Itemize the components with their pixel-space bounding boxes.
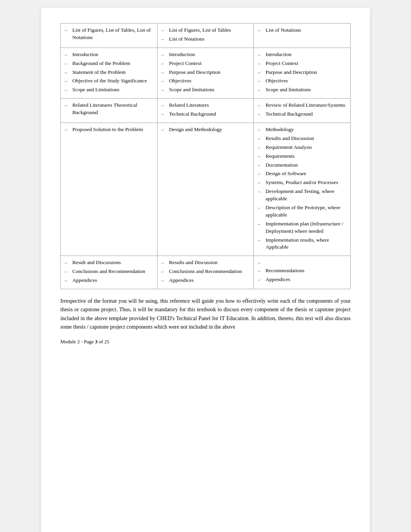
item-text: Background of the Problem <box>72 60 153 67</box>
table-row: – Proposed Solution to the Problem – Des… <box>61 123 351 256</box>
item-text: Scope and limitations <box>265 86 346 94</box>
page-footer: Module 2 - Page 3 of 25 <box>60 339 351 345</box>
dash-icon: – <box>258 102 264 108</box>
dash-icon: – <box>258 276 264 283</box>
item-text: Objectives <box>169 77 250 85</box>
dash-icon: – <box>161 87 168 93</box>
cell-r4-c1: – Proposed Solution to the Problem <box>61 123 158 256</box>
cell-r3-c2: – Related Literatures – Technical Backgr… <box>157 99 254 123</box>
item-text: Technical Background <box>265 111 346 118</box>
dash-icon: – <box>258 111 264 117</box>
dash-icon: – <box>161 277 168 283</box>
dash-icon: – <box>161 126 168 133</box>
table-row: – Result and Discussions – Conclusions a… <box>61 256 351 289</box>
dash-icon: – <box>258 78 264 84</box>
item-text: Documentation <box>265 162 346 169</box>
item-text: Conclusions and Recommendation <box>169 268 250 275</box>
item-text: Statement of the Problem <box>72 69 153 76</box>
cell-r4-c2: – Design and Methodology <box>157 123 254 256</box>
item-text: Requirement Analysis <box>265 144 346 151</box>
item-text: Proposed Solution to the Problem <box>72 126 153 133</box>
item-text: Design and Methodology <box>169 126 250 133</box>
dash-icon: – <box>258 171 264 177</box>
footer-prefix: Module 2 - Page <box>60 339 95 344</box>
item-text: List of Notations <box>265 27 346 34</box>
dash-icon: – <box>65 102 71 108</box>
dash-icon: – <box>65 69 71 75</box>
item-text: Project Context <box>265 60 346 67</box>
dash-icon: – <box>258 27 264 33</box>
dash-icon: – <box>65 126 71 133</box>
cell-r3-c1: – Related Literatures Theoretical Backgr… <box>61 99 158 123</box>
dash-icon: – <box>65 51 71 58</box>
dash-icon: – <box>258 162 264 168</box>
table-row: – Introduction – Background of the Probl… <box>61 48 351 98</box>
dash-icon: – <box>258 221 264 227</box>
item-text: Results and Discussion <box>169 259 250 266</box>
cell-r2-c2: – Introduction – Project Context – Purpo… <box>157 48 254 98</box>
item-text: List of Figures, List of Tables, List of… <box>72 27 153 41</box>
footer-separator: of <box>98 339 104 344</box>
dash-icon: – <box>65 60 71 66</box>
item-text: List of Notations <box>169 36 250 43</box>
item-text: Methodology <box>265 126 346 133</box>
cell-r5-c1: – Result and Discussions – Conclusions a… <box>61 256 158 289</box>
dash-icon: – <box>161 27 168 33</box>
dash-icon: – <box>65 268 71 275</box>
total-pages: 25 <box>104 339 109 344</box>
table-row: – List of Figures, List of Tables, List … <box>61 24 351 48</box>
item-text: Purpose and Description <box>265 69 346 76</box>
item-text: Implementation plan (Infrastructure / De… <box>265 220 346 235</box>
cell-r1-c2: – List of Figures, List of Tables – List… <box>157 24 254 48</box>
item-text: Related Literatures <box>169 102 250 109</box>
dash-icon: – <box>258 87 264 93</box>
item-text: Introduction <box>265 51 346 58</box>
prose-paragraph: Irrespective of the format you will be u… <box>60 297 351 332</box>
dash-icon: – <box>258 237 264 243</box>
prose-text: Irrespective of the format you will be u… <box>60 298 351 330</box>
item-text: Scope and limitations <box>169 86 250 94</box>
dash-icon: – <box>161 259 168 266</box>
cell-r1-c3: – List of Notations <box>254 24 351 48</box>
dash-icon: – <box>258 126 264 133</box>
item-text: Introduction <box>169 51 250 58</box>
item-text: Conclusions and Recommendation <box>72 268 153 275</box>
item-text: List of Figures, List of Tables <box>169 27 250 34</box>
item-text: Appendices <box>265 276 346 283</box>
cell-r5-c3: – – Recommendations – Appendices <box>254 256 351 289</box>
dash-icon: – <box>258 51 264 58</box>
cell-r1-c1: – List of Figures, List of Tables, List … <box>61 24 158 48</box>
dash-icon: – <box>161 268 168 275</box>
cell-r2-c3: – Introduction – Project Context – Purpo… <box>254 48 351 98</box>
dash-icon: – <box>258 153 264 159</box>
dash-icon: – <box>258 188 264 194</box>
item-text: Scope and Limitations <box>72 86 153 94</box>
item-text: Design of Software <box>265 170 346 177</box>
item-text: Objectives <box>265 77 346 85</box>
page: – List of Figures, List of Tables, List … <box>41 8 370 532</box>
dash-icon: – <box>161 60 168 66</box>
item-text: Purpose and Description <box>169 69 250 76</box>
item-text: Related Literatures Theoretical Backgrou… <box>72 102 153 116</box>
dash-icon: – <box>161 111 168 117</box>
table-row: – Related Literatures Theoretical Backgr… <box>61 99 351 123</box>
dash-icon: – <box>161 69 168 75</box>
dash-icon: – <box>258 259 264 266</box>
dash-icon: – <box>258 144 264 150</box>
item-text: Recommendations <box>265 267 346 275</box>
dash-icon: – <box>161 51 168 58</box>
item-text: Appendices <box>72 277 153 284</box>
dash-icon: – <box>65 78 71 84</box>
cell-r3-c3: – Review of Related Literature/Systems –… <box>254 99 351 123</box>
item-text: Review of Related Literature/Systems <box>265 102 346 109</box>
dash-icon: – <box>161 36 168 42</box>
item-text: Project Context <box>169 60 250 67</box>
dash-icon: – <box>65 277 71 283</box>
cell-r2-c1: – Introduction – Background of the Probl… <box>61 48 158 98</box>
item-text: Requirements <box>265 153 346 160</box>
item-text: Result and Discussions <box>72 259 153 266</box>
item-text: Systems, Product and/or Processes <box>265 179 346 186</box>
dash-icon: – <box>65 87 71 93</box>
item-text: Development and Testing, where applicabl… <box>265 188 346 203</box>
cell-r4-c3: – Methodology – Results and Discussion –… <box>254 123 351 256</box>
